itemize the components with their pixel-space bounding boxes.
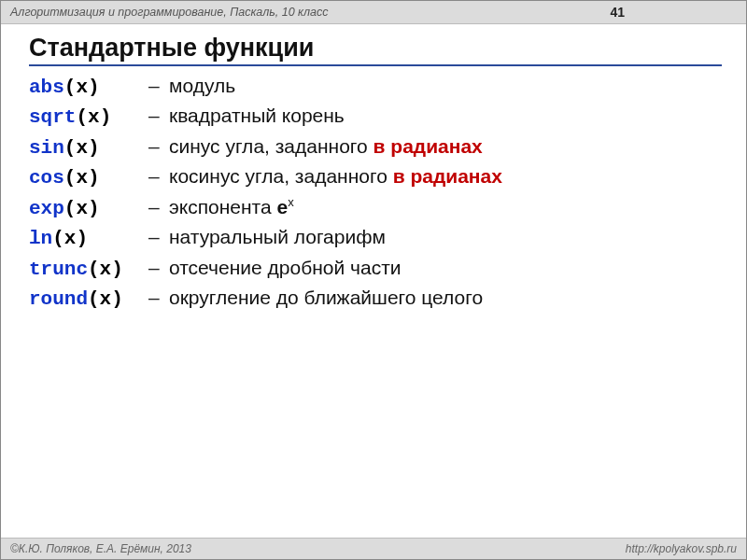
func-desc: округление до ближайшего целого xyxy=(169,284,483,312)
course-title: Алгоритмизация и программирование, Паска… xyxy=(10,6,329,19)
func-signature: sin(x) xyxy=(29,134,148,162)
func-arg: (x) xyxy=(64,137,100,159)
header-bar: Алгоритмизация и программирование, Паска… xyxy=(1,1,746,24)
dash: – xyxy=(148,162,169,190)
func-name: cos xyxy=(29,167,64,189)
func-desc: косинус угла, заданного в радианах xyxy=(169,162,502,190)
func-signature: cos(x) xyxy=(29,164,148,192)
func-name: trunc xyxy=(29,259,88,280)
func-arg: (x) xyxy=(88,288,123,310)
list-item: sqrt(x) – квадратный корень xyxy=(29,102,722,132)
func-signature: sqrt(x) xyxy=(29,104,148,132)
list-item: round(x) – округление до ближайшего цело… xyxy=(29,284,722,314)
slide: Алгоритмизация и программирование, Паска… xyxy=(0,0,747,560)
func-arg: (x) xyxy=(88,259,123,280)
func-signature: round(x) xyxy=(29,286,148,314)
func-signature: trunc(x) xyxy=(29,256,148,284)
list-item: trunc(x) – отсечение дробной части xyxy=(29,254,722,284)
list-item: ln(x) – натуральный логарифм xyxy=(29,223,722,253)
dash: – xyxy=(148,72,169,100)
func-desc: отсечение дробной части xyxy=(169,254,402,282)
function-list: abs(x) – модуль sqrt(x) – квадратный кор… xyxy=(29,72,722,315)
func-desc: экспонента ex xyxy=(169,193,294,221)
footer-authors: ©К.Ю. Поляков, Е.А. Ерёмин, 2013 xyxy=(10,542,191,555)
list-item: cos(x) – косинус угла, заданного в радиа… xyxy=(29,162,722,192)
func-arg: (x) xyxy=(52,228,88,249)
footer-bar: ©К.Ю. Поляков, Е.А. Ерёмин, 2013 http://… xyxy=(1,538,746,559)
list-item: sin(x) – синус угла, заданного в радиана… xyxy=(29,133,722,162)
dash: – xyxy=(148,223,169,251)
dash: – xyxy=(148,284,169,312)
func-name: ln xyxy=(29,228,52,249)
list-item: exp(x) – экспонента ex xyxy=(29,193,722,223)
func-desc: синус угла, заданного в радианах xyxy=(169,133,483,161)
list-item: abs(x) – модуль xyxy=(29,72,722,102)
func-desc: квадратный корень xyxy=(169,102,345,130)
func-arg: (x) xyxy=(76,106,111,128)
func-name: sin xyxy=(29,137,64,159)
func-arg: (x) xyxy=(64,167,100,189)
dash: – xyxy=(148,254,169,282)
func-signature: ln(x) xyxy=(29,225,148,253)
dash: – xyxy=(148,193,169,221)
footer-url: http://kpolyakov.spb.ru xyxy=(626,542,737,555)
func-signature: abs(x) xyxy=(29,74,148,102)
func-name: exp xyxy=(29,198,64,219)
func-arg: (x) xyxy=(64,198,100,219)
dash: – xyxy=(148,102,169,130)
dash: – xyxy=(148,133,169,161)
func-signature: exp(x) xyxy=(29,195,148,223)
func-name: sqrt xyxy=(29,106,76,128)
slide-title: Стандартные функции xyxy=(29,34,722,66)
func-desc: модуль xyxy=(169,72,235,100)
func-name: abs xyxy=(29,77,64,98)
page-number: 41 xyxy=(610,5,625,20)
func-desc: натуральный логарифм xyxy=(169,223,386,251)
content-area: Стандартные функции abs(x) – модуль sqrt… xyxy=(1,24,746,315)
func-name: round xyxy=(29,288,88,310)
func-arg: (x) xyxy=(64,77,100,98)
